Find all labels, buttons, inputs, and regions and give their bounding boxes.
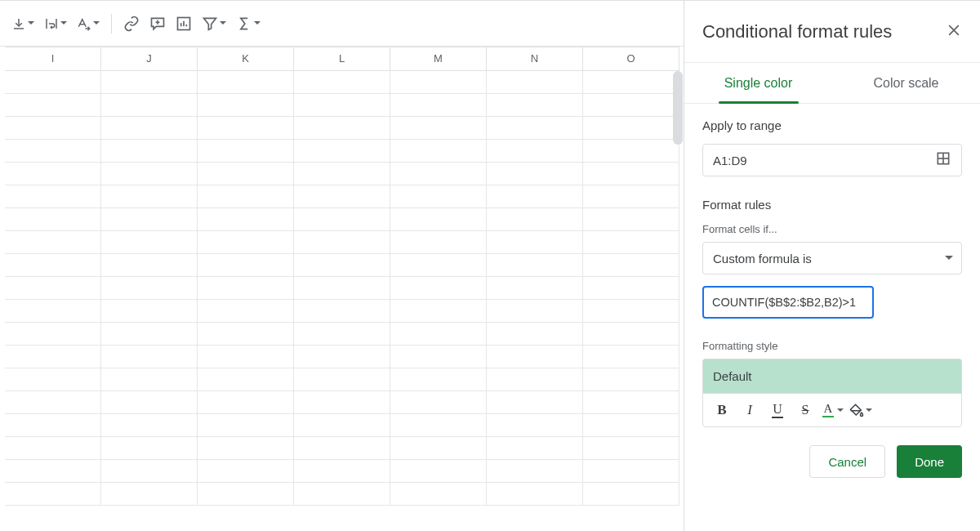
cell[interactable] [198,117,294,140]
italic-button[interactable]: I [737,398,762,422]
cell[interactable] [101,231,198,254]
cell[interactable] [294,300,390,323]
cell[interactable] [101,437,198,460]
column-header[interactable]: I [5,47,101,71]
cell[interactable] [294,414,390,437]
cell[interactable] [101,323,198,346]
cell[interactable] [5,277,101,300]
cell[interactable] [5,483,101,506]
cell[interactable] [487,117,583,140]
select-range-icon[interactable] [932,147,955,173]
cell[interactable] [101,185,198,208]
tab-single-color[interactable]: Single color [684,63,832,103]
cell[interactable] [198,254,294,277]
cell[interactable] [487,346,583,368]
cell[interactable] [487,185,583,208]
cell[interactable] [101,368,198,391]
cell[interactable] [101,94,198,117]
vertical-align-icon[interactable] [7,9,39,38]
cell[interactable] [198,94,294,117]
cell[interactable] [5,117,101,140]
cell[interactable] [487,414,583,437]
underline-button[interactable]: U [765,398,790,422]
cell[interactable] [583,300,679,323]
cell[interactable] [583,71,679,94]
cell[interactable] [487,208,583,231]
cell[interactable] [390,117,487,140]
cell[interactable] [583,391,679,414]
cell[interactable] [198,163,294,185]
cell[interactable] [487,94,583,117]
cell[interactable] [101,483,198,506]
cell[interactable] [294,71,390,94]
cell[interactable] [101,71,198,94]
cell[interactable] [5,300,101,323]
cell[interactable] [390,254,487,277]
done-button[interactable]: Done [897,445,962,478]
cell[interactable] [198,71,294,94]
cell[interactable] [487,368,583,391]
cancel-button[interactable]: Cancel [809,445,885,478]
style-preview[interactable]: Default [702,359,962,393]
cell[interactable] [5,94,101,117]
cell[interactable] [390,391,487,414]
range-input[interactable]: A1:D9 [702,144,962,176]
cell[interactable] [294,231,390,254]
cell[interactable] [5,254,101,277]
cell[interactable] [583,231,679,254]
cell[interactable] [198,414,294,437]
cell[interactable] [294,140,390,163]
functions-icon[interactable] [231,9,265,38]
cell[interactable] [390,277,487,300]
cell[interactable] [101,346,198,368]
cell[interactable] [390,208,487,231]
cell[interactable] [583,437,679,460]
cell[interactable] [101,254,198,277]
cell[interactable] [5,71,101,94]
cell[interactable] [390,185,487,208]
cell[interactable] [583,346,679,368]
cell[interactable] [487,437,583,460]
cell[interactable] [5,414,101,437]
cell[interactable] [294,254,390,277]
cell[interactable] [5,140,101,163]
cell[interactable] [583,140,679,163]
cell[interactable] [294,208,390,231]
text-color-button[interactable]: A [821,398,845,422]
cell[interactable] [294,483,390,506]
cell[interactable] [390,346,487,368]
cell[interactable] [198,231,294,254]
cell[interactable] [198,185,294,208]
cell[interactable] [583,117,679,140]
cell[interactable] [487,277,583,300]
cell[interactable] [198,300,294,323]
close-icon[interactable] [946,22,962,42]
cell[interactable] [390,231,487,254]
cell[interactable] [390,368,487,391]
column-header[interactable]: K [198,47,294,71]
cell[interactable] [583,323,679,346]
cell[interactable] [101,117,198,140]
cell[interactable] [294,323,390,346]
cell[interactable] [487,323,583,346]
cell[interactable] [487,460,583,483]
cell[interactable] [198,140,294,163]
cell[interactable] [5,185,101,208]
cell[interactable] [198,437,294,460]
column-header[interactable]: J [101,47,198,71]
cell[interactable] [583,368,679,391]
insert-comment-icon[interactable] [145,9,171,38]
cell[interactable] [198,346,294,368]
cell[interactable] [294,346,390,368]
cell[interactable] [390,483,487,506]
cell[interactable] [101,414,198,437]
cell[interactable] [487,163,583,185]
cell[interactable] [583,254,679,277]
cell[interactable] [487,254,583,277]
spreadsheet[interactable]: IJKLMNO [0,47,683,531]
cell[interactable] [487,483,583,506]
cell[interactable] [101,277,198,300]
cell[interactable] [294,437,390,460]
cell[interactable] [583,185,679,208]
vertical-scrollbar[interactable] [673,71,683,145]
